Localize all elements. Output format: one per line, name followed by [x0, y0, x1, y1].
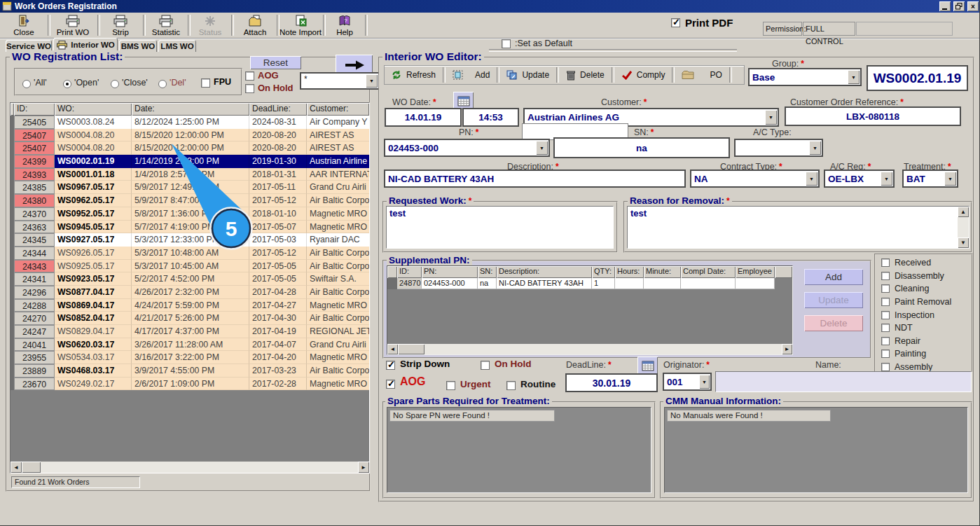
step-cleaning[interactable]: Cleaning	[881, 282, 971, 296]
chevron-down-icon[interactable]: ▼	[366, 74, 378, 88]
ac-type-combo[interactable]: ▼	[734, 139, 823, 157]
column-header-wo[interactable]: WO:	[55, 103, 132, 116]
table-row[interactable]: 24380 WS0962.05.17 5/9/2017 8:47:00 PM 2…	[11, 194, 369, 207]
scroll-right-icon[interactable]: ►	[782, 344, 792, 354]
supp-column-id[interactable]: ID:	[397, 266, 422, 278]
set-as-default-checkbox[interactable]	[502, 39, 511, 48]
comply-button[interactable]: Comply	[615, 67, 672, 83]
supp-column-qty[interactable]: QTY:	[592, 266, 615, 278]
table-row[interactable]: 24247 WS0829.04.17 4/17/2017 4:37:00 PM …	[11, 325, 369, 338]
chevron-down-icon[interactable]: ▼	[881, 172, 892, 186]
scrollbar-thumb[interactable]	[398, 344, 425, 354]
wo-filter-combo[interactable]: * ▼	[300, 72, 380, 90]
table-row[interactable]: 24343 WS0925.05.17 5/3/2017 10:45:00 AM …	[11, 260, 369, 273]
wo-table-hscrollbar[interactable]: ◄ ►	[11, 462, 369, 473]
wo-time-field[interactable]: 14:53	[462, 108, 519, 127]
table-row[interactable]: 24288 WS0869.04.17 4/24/2017 5:59:00 PM …	[11, 299, 369, 312]
table-row[interactable]: 24041 WS0620.03.17 3/26/2017 11:28:00 AM…	[11, 338, 369, 352]
table-row[interactable]: 23670 WS0249.02.17 2/6/2017 1:09:00 PM 2…	[11, 378, 369, 391]
column-header-customer[interactable]: Customer:	[307, 103, 369, 116]
supp-update-button[interactable]: Update	[804, 292, 863, 308]
table-row[interactable]: 24363 WS0945.05.17 5/7/2017 4:19:00 PM 2…	[11, 221, 369, 234]
step-painting[interactable]: Painting	[881, 347, 971, 361]
contract-type-combo[interactable]: NA ▼	[690, 169, 820, 188]
tab-interior-wo[interactable]: Interior WO	[53, 38, 118, 52]
note-import-button[interactable]: Note Import	[279, 14, 322, 36]
close-window-button[interactable]: ×	[967, 1, 979, 11]
pn-combo[interactable]: 024453-000 ▼	[384, 139, 550, 157]
chevron-down-icon[interactable]: ▼	[536, 141, 548, 155]
filter-open-radio[interactable]	[63, 78, 71, 91]
table-row[interactable]: 25407 WS0004.08.20 8/15/2020 12:00:00 PM…	[11, 129, 369, 142]
update-button[interactable]: Update	[500, 67, 555, 83]
add-button[interactable]: Add	[446, 67, 496, 83]
set-as-default-option[interactable]: :Set as Default	[502, 39, 572, 48]
chevron-down-icon[interactable]: ▼	[809, 141, 821, 155]
scroll-down-icon[interactable]: ▼	[958, 237, 969, 248]
help-button[interactable]: ? Help	[325, 14, 364, 36]
supp-column-description[interactable]: Description:	[497, 266, 592, 278]
attach-button[interactable]: Attach	[234, 14, 276, 36]
routine-checkbox[interactable]	[506, 380, 516, 393]
supp-column-pn[interactable]: PN:	[422, 266, 478, 278]
ac-reg-combo[interactable]: OE-LBX ▼	[824, 169, 895, 188]
step-inspection[interactable]: Inspection	[881, 308, 971, 321]
scrollbar-thumb[interactable]	[22, 462, 41, 473]
scroll-left-icon[interactable]: ◄	[387, 344, 398, 354]
urgent-checkbox[interactable]	[446, 380, 455, 393]
step-disassembly[interactable]: Disassembly	[881, 270, 971, 283]
delete-button[interactable]: Delete	[560, 67, 611, 83]
table-row[interactable]: 24393 WS0001.01.18 1/4/2018 2:57:00 PM 2…	[11, 168, 369, 181]
originator-combo[interactable]: 001 ▼	[663, 373, 712, 391]
deadline-field[interactable]: 30.01.19	[565, 373, 658, 392]
filter-all-radio[interactable]	[22, 78, 31, 91]
table-row[interactable]: 24370 WS0952.05.17 5/8/2017 1:36:00 PM 2…	[11, 207, 369, 221]
table-row[interactable]: 24341 WS0923.05.17 5/2/2017 4:52:00 PM 2…	[11, 272, 369, 286]
reason-for-removal-textarea[interactable]: test ▲ ▼	[627, 206, 969, 249]
table-row[interactable]: 23889 WS0468.03.17 3/9/2017 4:55:00 PM 2…	[11, 364, 369, 378]
supp-column-sn[interactable]: SN:	[478, 266, 497, 278]
close-button[interactable]: Close	[1, 14, 46, 36]
statistic-button[interactable]: Statistic	[146, 14, 186, 36]
step-paint-removal[interactable]: Paint Removal	[881, 296, 971, 309]
on-hold-checkbox[interactable]	[481, 360, 490, 373]
chevron-down-icon[interactable]: ▼	[765, 110, 777, 125]
table-row[interactable]: 25407 WS0004.08.20 8/15/2020 12:00:00 PM…	[11, 141, 369, 155]
group-combo[interactable]: Base ▼	[748, 68, 862, 86]
supplemental-table-row[interactable]: 24870 024453-000 na NI-CAD BATTERY 43AH …	[387, 278, 792, 289]
reason-vscrollbar[interactable]: ▲ ▼	[958, 207, 969, 248]
wo-date-calendar-button[interactable]	[453, 92, 474, 109]
customer-order-reference-field[interactable]: LBX-080118	[785, 106, 961, 126]
print-pdf-checkbox[interactable]	[671, 18, 680, 27]
chevron-down-icon[interactable]: ▼	[944, 172, 956, 186]
supp-add-button[interactable]: Add	[804, 269, 863, 285]
column-header-id[interactable]: ID:	[14, 103, 55, 116]
po-button[interactable]: PO	[675, 67, 728, 83]
table-row[interactable]: 24296 WS0877.04.17 4/26/2017 2:32:00 PM …	[11, 286, 369, 299]
supplemental-hscrollbar[interactable]: ◄ ►	[387, 344, 792, 354]
sn-field[interactable]: na	[553, 137, 730, 158]
chevron-down-icon[interactable]: ▼	[806, 172, 817, 186]
name-field[interactable]	[715, 371, 972, 392]
wo-number-field[interactable]: WS0002.01.19	[867, 65, 968, 91]
refresh-button[interactable]: Refresh	[385, 67, 442, 83]
aog-filter-checkbox[interactable]	[245, 71, 254, 83]
table-row[interactable]: 25405 WS0003.08.24 8/12/2024 1:25:00 PM …	[11, 116, 369, 129]
scroll-left-icon[interactable]: ◄	[11, 462, 22, 473]
print-pdf-option[interactable]: Print PDF	[671, 17, 733, 29]
treatment-combo[interactable]: BAT ▼	[902, 169, 958, 188]
supp-delete-button[interactable]: Delete	[804, 315, 863, 331]
filter-del-radio[interactable]	[158, 78, 167, 91]
table-row[interactable]: 24399 WS0002.01.19 1/14/2019 2:53:00 PM …	[11, 155, 369, 168]
description-field[interactable]: NI-CAD BATTERY 43AH	[384, 169, 686, 188]
supp-column-minute[interactable]: Minute:	[644, 266, 681, 278]
tab-lms-wo[interactable]: LMS WO	[158, 40, 196, 52]
deadline-calendar-button[interactable]	[637, 357, 658, 374]
supp-column-compl-date[interactable]: Compl Date:	[681, 266, 736, 278]
table-row[interactable]: 24345 WS0927.05.17 5/3/2017 12:33:00 PM …	[11, 233, 369, 247]
supp-column-employee[interactable]: Employee	[736, 266, 775, 278]
requested-work-textarea[interactable]: test	[386, 206, 614, 249]
wo-date-field[interactable]: 14.01.19	[385, 108, 462, 127]
scroll-up-icon[interactable]: ▲	[958, 207, 969, 217]
strip-button[interactable]: Strip	[99, 14, 142, 36]
